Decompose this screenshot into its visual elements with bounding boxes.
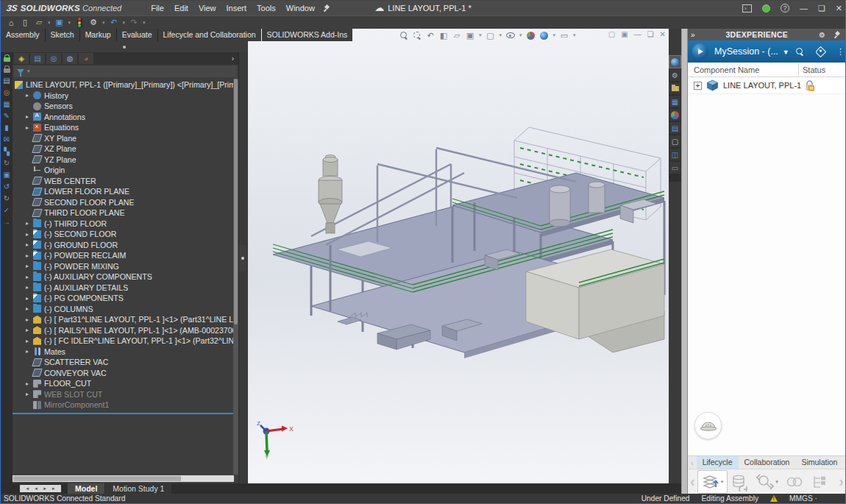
tree-item[interactable]: ▸FLOOR_CUT [13, 378, 238, 389]
previous-view-icon[interactable]: ↶ [427, 31, 433, 40]
displaymanager-tab-icon[interactable]: ◕ [79, 53, 93, 64]
menu-item-edit[interactable]: Edit [170, 2, 193, 14]
expand-arrow-icon[interactable]: ▸ [26, 391, 33, 397]
tree-item[interactable]: ▸WEB SLOT CUT [13, 389, 238, 400]
bom-icon[interactable]: ▦ [3, 100, 10, 108]
hide-show-items-icon[interactable] [506, 32, 515, 38]
expand-arrow-icon[interactable]: ▸ [26, 284, 33, 291]
3dexperience-icon[interactable] [671, 58, 679, 66]
comment-icon[interactable]: ✉ [4, 135, 10, 143]
expand-arrow-icon[interactable]: ▸ [26, 327, 33, 333]
preview-icon-button[interactable]: ▭ [669, 162, 680, 174]
tree-item[interactable]: LINE LAYOUT, PPL-1 ([Primary]_[Primary])… [13, 79, 238, 90]
expand-arrow-icon[interactable]: ▸ [26, 92, 33, 99]
refresh-from-server-icon[interactable] [728, 470, 753, 494]
pack-icon-button[interactable]: ▢ [669, 135, 680, 147]
featuremanager-tab-icon[interactable]: ◈ [14, 53, 29, 64]
dimxpertmanager-tab-icon[interactable]: ◍ [63, 53, 77, 64]
expand-arrow-icon[interactable]: ▸ [26, 348, 33, 355]
custom-properties-icon[interactable]: ▤ [672, 124, 678, 132]
menu-item-window[interactable]: Window [282, 2, 319, 14]
explore-impacts-icon[interactable]: ▾ [753, 470, 782, 494]
dropdown-icon[interactable]: ▾ [519, 32, 522, 38]
view-orientation-icon[interactable]: ▣ [466, 31, 474, 40]
settings-icon[interactable]: ⚙ [672, 71, 678, 79]
new-document-icon[interactable]: ▯ [23, 18, 27, 27]
zoom-to-area-icon[interactable] [413, 32, 421, 39]
restore-button[interactable]: ❏ [818, 4, 825, 13]
expand-arrow-icon[interactable]: ▸ [26, 252, 33, 259]
configurationmanager-tab-icon[interactable]: ◎ [46, 53, 61, 64]
overflow-menu-icon[interactable]: ⋮ [836, 47, 845, 57]
tag-icon[interactable] [815, 46, 827, 57]
panel-gear-icon[interactable]: ⚙ [819, 31, 825, 39]
view-settings-icon[interactable]: ▭ [561, 31, 568, 40]
scroll-thumb[interactable] [13, 476, 181, 481]
performance-icon[interactable] [77, 18, 82, 28]
dropdown-icon[interactable]: ▾ [102, 20, 105, 26]
dropdown-icon[interactable]: ▾ [573, 32, 576, 38]
panel-splitter[interactable] [681, 29, 687, 494]
home-icon[interactable]: ⌂ [9, 18, 14, 27]
appearances-icon-button[interactable] [669, 109, 680, 121]
tree-item[interactable]: ▸Mates [13, 347, 238, 358]
tree-item[interactable]: XZ Plane [13, 143, 238, 155]
propertymanager-tab-icon[interactable]: ▤ [30, 53, 45, 64]
tree-item[interactable]: YZ Plane [13, 155, 238, 166]
appearances-icon[interactable] [671, 111, 679, 119]
toolbar-scroll-left-icon[interactable]: ‹ [688, 473, 697, 490]
tab-markup[interactable]: Markup [80, 29, 116, 41]
assistant-hardhat-button[interactable] [694, 412, 722, 439]
tree-item[interactable]: XY Plane [13, 133, 238, 144]
tab-assembly[interactable]: Assembly [1, 29, 45, 41]
search-icon[interactable] [796, 48, 803, 55]
design-library-icon-button[interactable]: ▦ [669, 96, 680, 107]
dropdown-icon[interactable]: ▾ [123, 20, 126, 26]
user-presence-icon[interactable] [762, 4, 770, 13]
minimize-button[interactable]: — [800, 4, 808, 13]
expand-arrow-icon[interactable]: ▸ [26, 338, 33, 344]
expand-arrow-icon[interactable]: ▸ [26, 113, 33, 120]
model-tab-model[interactable]: Model [68, 483, 104, 494]
inspect-icon[interactable]: ◎ [4, 88, 10, 96]
expand-arrow-icon[interactable]: ▸ [26, 241, 33, 248]
edit-document-icon[interactable]: ✎ [4, 112, 10, 120]
rollback-bar[interactable] [13, 413, 238, 414]
tree-item[interactable]: CONVEYOR VAC [13, 368, 238, 379]
dropdown-icon[interactable]: ▾ [553, 32, 556, 38]
comments-icon[interactable]: ◫ [672, 151, 678, 159]
open-icon[interactable]: ▱ [36, 18, 42, 27]
section-view-icon[interactable]: ◧ [440, 31, 447, 40]
tree-item[interactable]: ▸Equations [13, 122, 238, 133]
annotation-views-icon[interactable]: ▱ [454, 31, 460, 40]
options-icon[interactable]: ⚙ [90, 18, 97, 27]
save-icon[interactable]: ▣ [55, 18, 63, 27]
column-component-name[interactable]: Component Name [688, 65, 759, 74]
tree-item[interactable]: THIRD FLOOR PLANE [13, 207, 238, 219]
panel-tab-collaboration[interactable]: Collaboration [739, 456, 796, 469]
status-units[interactable]: MMGS · [789, 494, 817, 503]
tab-sketch[interactable]: Sketch [46, 29, 79, 41]
tree-item[interactable]: SCATTERER VAC [13, 357, 238, 368]
unlock-icon[interactable] [4, 65, 10, 73]
model-tab-motion-study-1[interactable]: Motion Study 1 [105, 483, 171, 494]
pin-menu-icon[interactable] [324, 4, 331, 12]
session-link-icon[interactable] [782, 470, 807, 494]
update-icon[interactable]: ↻ [4, 194, 10, 202]
display-style-icon[interactable]: ▢ [486, 31, 494, 40]
doc-minimize-icon[interactable]: — [634, 30, 641, 38]
3dexperience-icon-button[interactable] [669, 56, 680, 68]
3dexperience-compass-icon[interactable] [692, 43, 708, 60]
dropdown-icon[interactable]: ▾ [48, 20, 51, 26]
tree-item[interactable]: ▸(-) GROUND FLOOR [13, 240, 238, 251]
console-icon[interactable]: › [742, 4, 752, 13]
expand-arrow-icon[interactable]: ▸ [26, 124, 33, 131]
column-status[interactable]: Status [803, 65, 825, 74]
tree-horizontal-scrollbar[interactable] [13, 475, 234, 482]
lock-icon[interactable] [4, 54, 10, 62]
settings-icon-button[interactable]: ⚙ [669, 69, 680, 81]
refresh-icon[interactable]: ↻ [4, 159, 10, 167]
file-explorer-icon-button[interactable] [669, 82, 680, 94]
toolbar-scroll-right-icon[interactable]: › [836, 473, 846, 490]
expand-arrow-icon[interactable]: ▸ [26, 274, 33, 280]
